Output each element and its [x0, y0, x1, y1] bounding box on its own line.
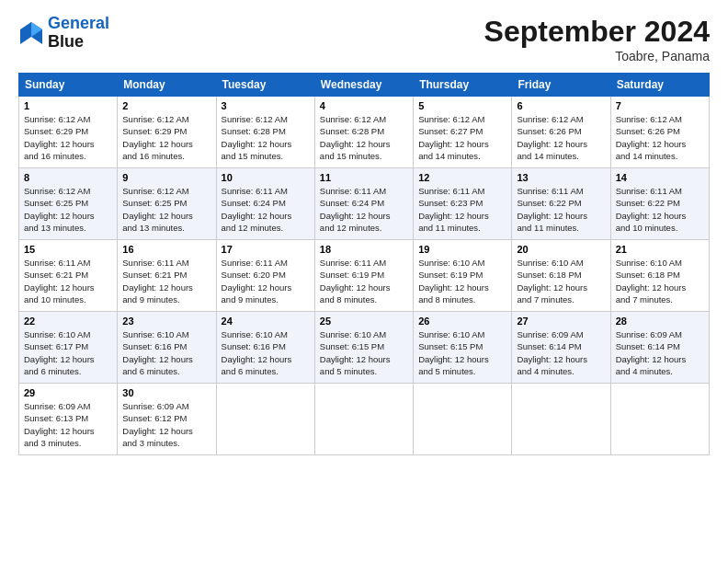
logo: GeneralBlue [18, 15, 109, 52]
day-info: Sunrise: 6:10 AMSunset: 6:15 PMDaylight:… [320, 329, 391, 376]
calendar-week-row: 29 Sunrise: 6:09 AMSunset: 6:13 PMDaylig… [19, 384, 710, 455]
day-info: Sunrise: 6:11 AMSunset: 6:22 PMDaylight:… [517, 186, 587, 233]
day-number: 19 [418, 244, 506, 255]
calendar-header-row: Sunday Monday Tuesday Wednesday Thursday… [19, 74, 710, 97]
col-friday: Friday [512, 74, 610, 97]
day-number: 16 [122, 244, 210, 255]
calendar-day-cell: 16 Sunrise: 6:11 AMSunset: 6:21 PMDaylig… [118, 240, 216, 312]
calendar-week-row: 15 Sunrise: 6:11 AMSunset: 6:21 PMDaylig… [19, 240, 710, 312]
day-number: 29 [24, 387, 112, 398]
day-number: 1 [24, 100, 112, 111]
calendar-day-cell: 5 Sunrise: 6:12 AMSunset: 6:27 PMDayligh… [414, 97, 512, 168]
calendar-day-cell: 26 Sunrise: 6:10 AMSunset: 6:15 PMDaylig… [414, 312, 512, 384]
day-info: Sunrise: 6:09 AMSunset: 6:14 PMDaylight:… [616, 329, 687, 376]
day-number: 22 [24, 316, 112, 327]
day-info: Sunrise: 6:12 AMSunset: 6:29 PMDaylight:… [122, 114, 193, 161]
day-number: 30 [122, 387, 210, 398]
col-monday: Monday [118, 74, 216, 97]
calendar-day-cell: 1 Sunrise: 6:12 AMSunset: 6:29 PMDayligh… [19, 97, 118, 168]
day-info: Sunrise: 6:10 AMSunset: 6:19 PMDaylight:… [418, 258, 489, 304]
day-number: 7 [616, 100, 704, 111]
day-number: 13 [517, 172, 605, 183]
day-number: 21 [616, 244, 704, 255]
day-number: 14 [616, 172, 704, 183]
month-title: September 2024 [484, 15, 710, 49]
day-info: Sunrise: 6:12 AMSunset: 6:25 PMDaylight:… [24, 186, 95, 233]
calendar-day-cell: 6 Sunrise: 6:12 AMSunset: 6:26 PMDayligh… [512, 97, 610, 168]
day-info: Sunrise: 6:12 AMSunset: 6:28 PMDaylight:… [320, 114, 391, 161]
day-info: Sunrise: 6:11 AMSunset: 6:19 PMDaylight:… [320, 258, 391, 304]
day-info: Sunrise: 6:12 AMSunset: 6:27 PMDaylight:… [418, 114, 489, 161]
col-saturday: Saturday [610, 74, 709, 97]
day-number: 9 [122, 172, 210, 183]
day-info: Sunrise: 6:10 AMSunset: 6:18 PMDaylight:… [517, 258, 587, 304]
day-number: 4 [320, 100, 408, 111]
calendar-day-cell: 22 Sunrise: 6:10 AMSunset: 6:17 PMDaylig… [19, 312, 118, 384]
day-info: Sunrise: 6:12 AMSunset: 6:28 PMDaylight:… [222, 114, 292, 161]
day-info: Sunrise: 6:10 AMSunset: 6:16 PMDaylight:… [222, 329, 292, 376]
day-number: 20 [517, 244, 605, 255]
day-number: 3 [222, 100, 310, 111]
logo-icon [18, 20, 44, 46]
day-info: Sunrise: 6:10 AMSunset: 6:16 PMDaylight:… [122, 329, 193, 376]
calendar-week-row: 1 Sunrise: 6:12 AMSunset: 6:29 PMDayligh… [19, 97, 710, 168]
day-info: Sunrise: 6:11 AMSunset: 6:21 PMDaylight:… [122, 258, 193, 304]
calendar-day-cell: 28 Sunrise: 6:09 AMSunset: 6:14 PMDaylig… [610, 312, 709, 384]
calendar-week-row: 22 Sunrise: 6:10 AMSunset: 6:17 PMDaylig… [19, 312, 710, 384]
calendar-day-cell: 7 Sunrise: 6:12 AMSunset: 6:26 PMDayligh… [610, 97, 709, 168]
location: Toabre, Panama [484, 49, 710, 63]
calendar-day-cell: 27 Sunrise: 6:09 AMSunset: 6:14 PMDaylig… [512, 312, 610, 384]
calendar-day-cell: 25 Sunrise: 6:10 AMSunset: 6:15 PMDaylig… [314, 312, 413, 384]
day-info: Sunrise: 6:12 AMSunset: 6:29 PMDaylight:… [24, 114, 95, 161]
day-number: 26 [418, 316, 506, 327]
col-sunday: Sunday [19, 74, 118, 97]
day-info: Sunrise: 6:11 AMSunset: 6:24 PMDaylight:… [320, 186, 391, 233]
day-info: Sunrise: 6:09 AMSunset: 6:13 PMDaylight:… [24, 401, 95, 448]
day-info: Sunrise: 6:11 AMSunset: 6:24 PMDaylight:… [222, 186, 292, 233]
day-number: 2 [122, 100, 210, 111]
calendar-day-cell: 11 Sunrise: 6:11 AMSunset: 6:24 PMDaylig… [314, 168, 413, 240]
calendar-day-cell [414, 384, 512, 455]
calendar-day-cell [610, 384, 709, 455]
day-number: 5 [418, 100, 506, 111]
day-number: 28 [616, 316, 704, 327]
title-block: September 2024 Toabre, Panama [484, 15, 710, 63]
calendar-body: 1 Sunrise: 6:12 AMSunset: 6:29 PMDayligh… [19, 97, 710, 455]
calendar-day-cell: 2 Sunrise: 6:12 AMSunset: 6:29 PMDayligh… [118, 97, 216, 168]
day-info: Sunrise: 6:12 AMSunset: 6:26 PMDaylight:… [616, 114, 687, 161]
calendar-day-cell: 9 Sunrise: 6:12 AMSunset: 6:25 PMDayligh… [118, 168, 216, 240]
day-number: 11 [320, 172, 408, 183]
calendar-day-cell: 30 Sunrise: 6:09 AMSunset: 6:12 PMDaylig… [118, 384, 216, 455]
calendar-day-cell: 17 Sunrise: 6:11 AMSunset: 6:20 PMDaylig… [216, 240, 314, 312]
calendar-day-cell: 4 Sunrise: 6:12 AMSunset: 6:28 PMDayligh… [314, 97, 413, 168]
day-info: Sunrise: 6:10 AMSunset: 6:17 PMDaylight:… [24, 329, 95, 376]
calendar-table: Sunday Monday Tuesday Wednesday Thursday… [18, 73, 710, 455]
col-thursday: Thursday [414, 74, 512, 97]
calendar-day-cell: 13 Sunrise: 6:11 AMSunset: 6:22 PMDaylig… [512, 168, 610, 240]
calendar-day-cell: 14 Sunrise: 6:11 AMSunset: 6:22 PMDaylig… [610, 168, 709, 240]
calendar-day-cell: 20 Sunrise: 6:10 AMSunset: 6:18 PMDaylig… [512, 240, 610, 312]
day-info: Sunrise: 6:09 AMSunset: 6:14 PMDaylight:… [517, 329, 587, 376]
calendar-day-cell: 8 Sunrise: 6:12 AMSunset: 6:25 PMDayligh… [19, 168, 118, 240]
calendar-day-cell [512, 384, 610, 455]
calendar-day-cell: 3 Sunrise: 6:12 AMSunset: 6:28 PMDayligh… [216, 97, 314, 168]
calendar-day-cell: 10 Sunrise: 6:11 AMSunset: 6:24 PMDaylig… [216, 168, 314, 240]
day-info: Sunrise: 6:11 AMSunset: 6:21 PMDaylight:… [24, 258, 95, 304]
logo-text: GeneralBlue [48, 15, 109, 52]
day-info: Sunrise: 6:10 AMSunset: 6:15 PMDaylight:… [418, 329, 489, 376]
calendar-week-row: 8 Sunrise: 6:12 AMSunset: 6:25 PMDayligh… [19, 168, 710, 240]
calendar-day-cell: 19 Sunrise: 6:10 AMSunset: 6:19 PMDaylig… [414, 240, 512, 312]
col-tuesday: Tuesday [216, 74, 314, 97]
day-info: Sunrise: 6:11 AMSunset: 6:20 PMDaylight:… [222, 258, 292, 304]
day-number: 8 [24, 172, 112, 183]
calendar-day-cell [314, 384, 413, 455]
calendar-day-cell [216, 384, 314, 455]
day-info: Sunrise: 6:12 AMSunset: 6:25 PMDaylight:… [122, 186, 193, 233]
day-number: 27 [517, 316, 605, 327]
day-number: 10 [222, 172, 310, 183]
day-info: Sunrise: 6:10 AMSunset: 6:18 PMDaylight:… [616, 258, 687, 304]
day-number: 23 [122, 316, 210, 327]
day-info: Sunrise: 6:11 AMSunset: 6:23 PMDaylight:… [418, 186, 489, 233]
day-info: Sunrise: 6:12 AMSunset: 6:26 PMDaylight:… [517, 114, 587, 161]
day-number: 24 [222, 316, 310, 327]
